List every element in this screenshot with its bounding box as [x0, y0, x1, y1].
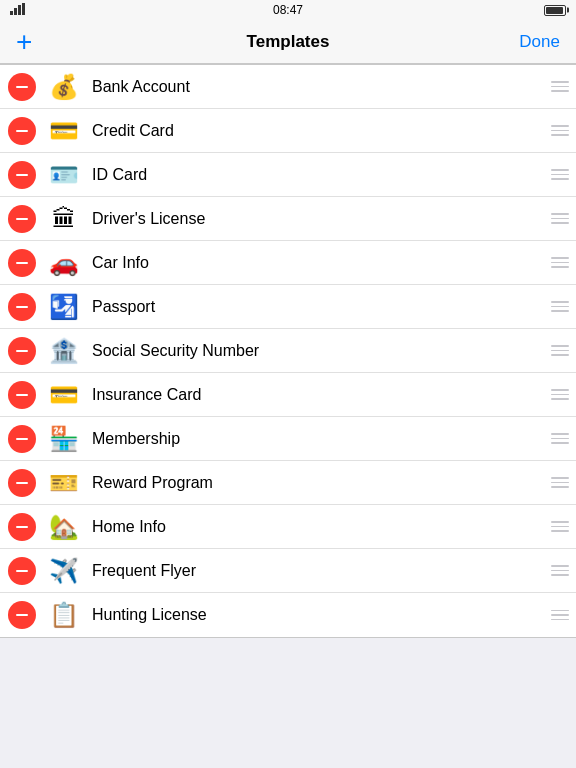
- drag-handle-reward-program[interactable]: [544, 461, 576, 505]
- item-icon-membership: 🏪: [46, 421, 82, 457]
- bottom-empty-area: [0, 638, 576, 768]
- drag-handle-membership[interactable]: [544, 417, 576, 461]
- drag-handle-frequent-flyer[interactable]: [544, 549, 576, 593]
- drag-handle-bank-account[interactable]: [544, 65, 576, 109]
- item-icon-drivers-license: 🏛: [46, 201, 82, 237]
- item-icon-bank-account: 💰: [46, 69, 82, 105]
- list-item: 🪪 ID Card: [0, 153, 576, 197]
- drag-handle-drivers-license[interactable]: [544, 197, 576, 241]
- delete-button-frequent-flyer[interactable]: [8, 557, 36, 585]
- done-button[interactable]: Done: [516, 32, 560, 52]
- list-item: 🎫 Reward Program: [0, 461, 576, 505]
- item-icon-home-info: 🏡: [46, 509, 82, 545]
- svg-marker-3: [22, 3, 25, 15]
- list-item: 💳 Insurance Card: [0, 373, 576, 417]
- delete-button-car-info[interactable]: [8, 249, 36, 277]
- list-item: 🏪 Membership: [0, 417, 576, 461]
- item-icon-credit-card: 💳: [46, 113, 82, 149]
- item-icon-car-info: 🚗: [46, 245, 82, 281]
- item-icon-reward-program: 🎫: [46, 465, 82, 501]
- list-item: 📋 Hunting License: [0, 593, 576, 637]
- svg-marker-1: [14, 8, 17, 15]
- delete-button-bank-account[interactable]: [8, 73, 36, 101]
- drag-handle-hunting-license[interactable]: [544, 593, 576, 637]
- nav-bar: + Templates Done: [0, 20, 576, 64]
- svg-marker-0: [10, 11, 13, 15]
- delete-button-credit-card[interactable]: [8, 117, 36, 145]
- delete-button-social-security[interactable]: [8, 337, 36, 365]
- list-item: 💳 Credit Card: [0, 109, 576, 153]
- list-item: 🏦 Social Security Number: [0, 329, 576, 373]
- item-label-social-security: Social Security Number: [92, 342, 544, 360]
- item-label-car-info: Car Info: [92, 254, 544, 272]
- add-button[interactable]: +: [16, 28, 60, 56]
- nav-title: Templates: [247, 32, 330, 52]
- item-label-reward-program: Reward Program: [92, 474, 544, 492]
- list-item: ✈️ Frequent Flyer: [0, 549, 576, 593]
- delete-button-hunting-license[interactable]: [8, 601, 36, 629]
- delete-button-reward-program[interactable]: [8, 469, 36, 497]
- templates-list: 💰 Bank Account 💳 Credit Card 🪪 ID Card 🏛…: [0, 64, 576, 638]
- item-icon-id-card: 🪪: [46, 157, 82, 193]
- list-item: 🛂 Passport: [0, 285, 576, 329]
- delete-button-insurance-card[interactable]: [8, 381, 36, 409]
- delete-button-id-card[interactable]: [8, 161, 36, 189]
- item-icon-hunting-license: 📋: [46, 597, 82, 633]
- list-item: 🏡 Home Info: [0, 505, 576, 549]
- delete-button-membership[interactable]: [8, 425, 36, 453]
- drag-handle-home-info[interactable]: [544, 505, 576, 549]
- svg-marker-2: [18, 5, 21, 15]
- delete-button-home-info[interactable]: [8, 513, 36, 541]
- battery-icon: [544, 5, 566, 16]
- drag-handle-credit-card[interactable]: [544, 109, 576, 153]
- signal-icon: [10, 1, 40, 19]
- status-time: 08:47: [40, 3, 536, 17]
- item-icon-insurance-card: 💳: [46, 377, 82, 413]
- item-icon-passport: 🛂: [46, 289, 82, 325]
- status-bar: 08:47: [0, 0, 576, 20]
- drag-handle-passport[interactable]: [544, 285, 576, 329]
- battery-container: [536, 5, 566, 16]
- item-icon-social-security: 🏦: [46, 333, 82, 369]
- delete-button-passport[interactable]: [8, 293, 36, 321]
- item-label-membership: Membership: [92, 430, 544, 448]
- item-label-id-card: ID Card: [92, 166, 544, 184]
- drag-handle-car-info[interactable]: [544, 241, 576, 285]
- item-label-hunting-license: Hunting License: [92, 606, 544, 624]
- drag-handle-insurance-card[interactable]: [544, 373, 576, 417]
- list-item: 🏛 Driver's License: [0, 197, 576, 241]
- item-label-passport: Passport: [92, 298, 544, 316]
- drag-handle-id-card[interactable]: [544, 153, 576, 197]
- item-label-frequent-flyer: Frequent Flyer: [92, 562, 544, 580]
- delete-button-drivers-license[interactable]: [8, 205, 36, 233]
- item-icon-frequent-flyer: ✈️: [46, 553, 82, 589]
- list-item: 💰 Bank Account: [0, 65, 576, 109]
- item-label-bank-account: Bank Account: [92, 78, 544, 96]
- item-label-home-info: Home Info: [92, 518, 544, 536]
- item-label-insurance-card: Insurance Card: [92, 386, 544, 404]
- item-label-credit-card: Credit Card: [92, 122, 544, 140]
- drag-handle-social-security[interactable]: [544, 329, 576, 373]
- item-label-drivers-license: Driver's License: [92, 210, 544, 228]
- list-item: 🚗 Car Info: [0, 241, 576, 285]
